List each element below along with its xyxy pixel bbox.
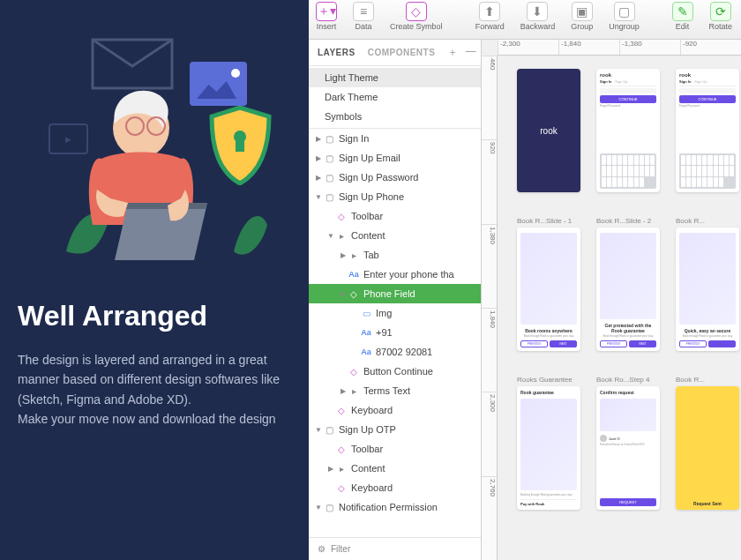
layer-row[interactable]: ◇Button Continue xyxy=(309,362,481,381)
layer-label: Content xyxy=(351,463,385,474)
filter-label: Filter xyxy=(331,544,350,554)
layer-row[interactable]: Aa+91 xyxy=(309,323,481,342)
img-icon: ▭ xyxy=(360,309,372,318)
layer-row[interactable]: ◇Toolbar xyxy=(309,439,481,459)
layer-label: Button Continue xyxy=(363,366,433,377)
layer-label: +91 xyxy=(376,327,393,338)
panel-tabs: LAYERS COMPONENTS ＋— xyxy=(309,40,481,66)
edit-button[interactable]: ✎Edit xyxy=(672,2,693,31)
layer-row[interactable]: ▶▸Content xyxy=(309,459,481,478)
layer-row[interactable]: AaEnter your phone tha xyxy=(309,265,481,284)
add-icon[interactable]: ＋ xyxy=(447,45,459,60)
workarea: LAYERS COMPONENTS ＋— Light Theme Dark Th… xyxy=(309,40,741,560)
layer-row[interactable]: ▼▸Content xyxy=(309,226,481,245)
artboard-label: Rooks Guarantee xyxy=(517,376,580,384)
insert-button[interactable]: ＋▾Insert xyxy=(316,2,337,31)
layer-label: Sign Up OTP xyxy=(339,424,396,435)
filter-bar[interactable]: ⚙ Filter xyxy=(309,537,481,560)
layer-row[interactable]: ▼▢Sign Up OTP xyxy=(309,420,481,439)
layer-row[interactable]: ▼▢Sign Up Phone xyxy=(309,187,481,206)
artboard-label: Book R... xyxy=(676,217,739,225)
layer-row[interactable]: ▶▢Sign Up Email xyxy=(309,148,481,168)
artboard-icon: ▢ xyxy=(323,153,335,163)
group-button[interactable]: ▣Group xyxy=(571,2,593,31)
app-toolbar: ＋▾Insert ≡Data ◇Create Symbol ⬆Forward ⬇… xyxy=(309,0,741,40)
txt-icon: Aa xyxy=(348,270,360,279)
data-button[interactable]: ≡Data xyxy=(353,2,374,31)
ungroup-button[interactable]: ▢Ungroup xyxy=(609,2,640,31)
artboard[interactable]: Book Ro...Step 4Confirm requestJude DFur… xyxy=(596,376,660,510)
artboard-icon: ▢ xyxy=(323,425,335,435)
theme-dark[interactable]: Dark Theme xyxy=(309,87,481,107)
rotate-button[interactable]: ⟳Rotate xyxy=(709,2,733,31)
layer-row[interactable]: ◇Toolbar xyxy=(309,206,481,226)
artboard-label: Book R...Slide - 1 xyxy=(517,217,580,225)
layer-label: Tab xyxy=(363,250,379,260)
artboard[interactable]: rookSign InSign UpCONTINUEForgot Passwor… xyxy=(596,66,660,192)
folder-icon: ▸ xyxy=(335,464,348,474)
theme-list: Light Theme Dark Theme Symbols xyxy=(309,66,481,129)
sym-icon: ◇ xyxy=(348,289,360,299)
sym-icon: ◇ xyxy=(348,367,360,377)
forward-button[interactable]: ⬆Forward xyxy=(475,2,505,31)
artboard[interactable]: rook xyxy=(517,66,580,192)
layer-row[interactable]: Aa87002 92081 xyxy=(309,342,481,362)
ruler-vertical: 4609201,3801,8402,3002,760 xyxy=(482,56,498,560)
artboard[interactable]: Book R...Slide - 1Book rooms anywhereBoo… xyxy=(517,217,580,351)
collapse-icon[interactable]: — xyxy=(466,45,477,60)
layer-tree[interactable]: ▶▢Sign In▶▢Sign Up Email▶▢Sign Up Passwo… xyxy=(309,129,481,537)
artboard[interactable]: Rooks GuaranteeRook guaranteeBooking thr… xyxy=(517,376,580,510)
layer-row[interactable]: ▶▸Terms Text xyxy=(309,381,481,400)
tab-layers[interactable]: LAYERS xyxy=(318,48,356,57)
artboard-label: Book R... xyxy=(676,376,739,384)
promo-panel: ▶ Well Arranged The design is layered an… xyxy=(0,0,309,560)
backward-button[interactable]: ⬇Backward xyxy=(520,2,556,31)
theme-light[interactable]: Light Theme xyxy=(309,68,481,87)
person-illustration xyxy=(57,75,269,269)
layer-label: Content xyxy=(351,230,385,241)
layer-label: Terms Text xyxy=(363,385,410,396)
artboard-label: Book R...Slide - 2 xyxy=(596,217,660,225)
layer-label: Keyboard xyxy=(351,482,393,493)
theme-symbols[interactable]: Symbols xyxy=(309,107,481,126)
artboard-icon: ▢ xyxy=(323,134,335,144)
folder-icon: ▸ xyxy=(348,386,360,396)
filter-icon: ⚙ xyxy=(318,544,326,554)
layer-row[interactable]: ▼◇Phone Field xyxy=(309,284,481,303)
layer-label: Phone Field xyxy=(363,288,415,299)
layer-row[interactable]: ◇Keyboard xyxy=(309,478,481,497)
design-app: ＋▾Insert ≡Data ◇Create Symbol ⬆Forward ⬇… xyxy=(309,0,741,560)
layer-row[interactable]: ▶▢Sign Up Password xyxy=(309,168,481,187)
layer-row[interactable]: ▭Img xyxy=(309,303,481,323)
artboard-icon: ▢ xyxy=(323,173,335,183)
layer-label: Img xyxy=(376,308,392,318)
artboard-label: Book Ro...Step 4 xyxy=(596,376,660,384)
layer-row[interactable]: ▶▸Tab xyxy=(309,245,481,265)
tab-components[interactable]: COMPONENTS xyxy=(368,48,436,57)
artboard-icon: ▢ xyxy=(323,503,335,512)
layer-label: 87002 92081 xyxy=(376,347,432,357)
sym-icon: ◇ xyxy=(335,406,348,415)
layer-label: Notification Permission xyxy=(339,502,438,512)
sym-icon: ◇ xyxy=(335,444,348,454)
artboard[interactable]: Book R...Request Sent xyxy=(676,376,739,510)
artboard[interactable]: Book R...Quick, easy an secureBook throu… xyxy=(676,217,739,351)
artboard[interactable]: Book R...Slide - 2Get protected with the… xyxy=(596,217,660,351)
ruler-horizontal: -2,300-1,840-1,380-920 xyxy=(498,40,741,56)
canvas[interactable]: -2,300-1,840-1,380-920 4609201,3801,8402… xyxy=(482,40,741,560)
illustration: ▶ xyxy=(18,18,291,265)
artboard[interactable]: rookSign InSign UpCONTINUEForgot Passwor… xyxy=(676,66,739,192)
create-symbol-button[interactable]: ◇Create Symbol xyxy=(390,2,443,31)
layer-label: Sign Up Email xyxy=(339,153,400,163)
artboards-container: rookrookSign InSign UpCONTINUEForgot Pas… xyxy=(517,66,741,560)
layer-label: Sign Up Password xyxy=(339,172,419,183)
layer-row[interactable]: ▶▢Sign In xyxy=(309,129,481,148)
layers-panel: LAYERS COMPONENTS ＋— Light Theme Dark Th… xyxy=(309,40,482,560)
folder-icon: ▸ xyxy=(348,250,360,260)
layer-label: Sign Up Phone xyxy=(339,191,404,202)
promo-description: The design is layered and arranged in a … xyxy=(18,350,291,429)
folder-icon: ▸ xyxy=(335,231,348,241)
layer-label: Keyboard xyxy=(351,405,393,415)
layer-row[interactable]: ◇Keyboard xyxy=(309,400,481,420)
layer-row[interactable]: ▼▢Notification Permission xyxy=(309,497,481,517)
